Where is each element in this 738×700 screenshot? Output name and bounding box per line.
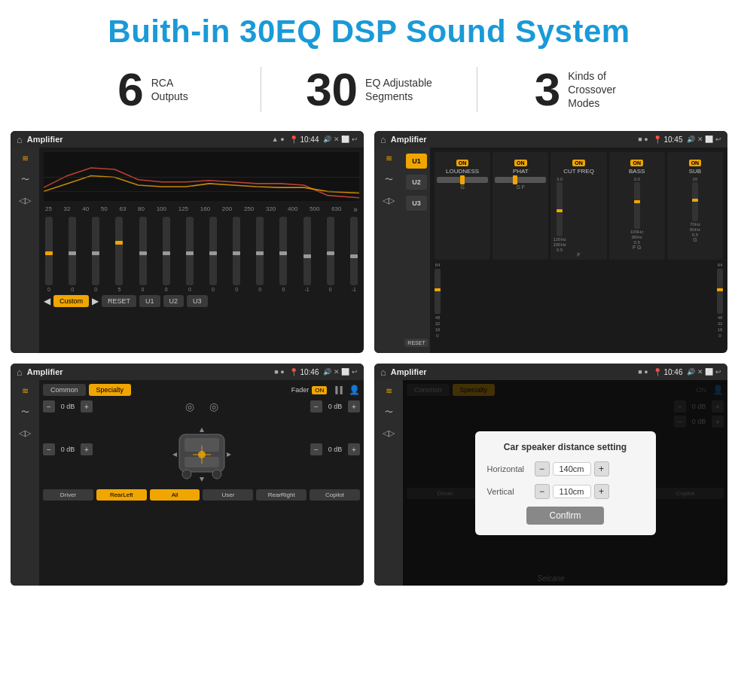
cross-wave-icon[interactable]: 〜 [385,174,393,185]
screen-eq: ⌂ Amplifier ▲ ● 📍 10:44 🔊 ✕ ⬜ ↩ ≋ 〜 ◁▷ [11,131,364,353]
sub-slider-v[interactable] [692,182,698,221]
u1-chan-button[interactable]: U1 [406,154,427,169]
home-icon-dist[interactable]: ⌂ [380,367,386,378]
horizontal-plus[interactable]: + [594,461,609,476]
specialty-tab[interactable]: Specialty [89,384,132,396]
fader-screen-title: Amplifier [27,367,270,376]
home-icon-cross[interactable]: ⌂ [380,134,386,145]
eq-slider-3[interactable]: 5 [115,217,123,292]
u2-button[interactable]: U2 [163,295,184,307]
db-tl-minus[interactable]: − [43,400,55,412]
wave-icon[interactable]: 〜 [21,174,29,185]
db-tr-minus[interactable]: − [310,400,322,412]
stat-rca-number: 6 [117,66,143,113]
eq-slider-2[interactable]: 0 [92,217,99,292]
all-button[interactable]: All [150,489,200,501]
sub-on-badge[interactable]: ON [689,160,702,166]
prev-button[interactable]: ◀ [44,296,50,306]
eq-slider-9[interactable]: 0 [256,217,264,292]
driver-button[interactable]: Driver [43,489,93,501]
cross-reset-button[interactable]: RESET [404,339,428,347]
eq-slider-6[interactable]: 0 [186,217,194,292]
fader-tab-row: Common Specialty Fader ON ▐▐ 👤 [43,384,360,396]
eq-slider-7[interactable]: 0 [209,217,217,292]
eq-slider-8[interactable]: 0 [233,217,240,292]
eq-slider-5[interactable]: 0 [163,217,170,292]
dist-main: Common Specialty ON 👤 − 0 dB + [403,380,727,586]
loudness-slider[interactable] [437,177,488,183]
custom-button[interactable]: Custom [53,295,89,307]
cross-speaker-icon[interactable]: ◁▷ [383,196,395,205]
db-tr-plus[interactable]: + [348,400,360,412]
vertical-control: − 110cm + [535,484,609,499]
eq-slider-10[interactable]: 0 [279,217,287,292]
vertical-minus[interactable]: − [535,484,550,499]
user-button[interactable]: User [203,489,253,501]
db-mr: − 0 dB + [310,443,360,455]
eq-slider-11[interactable]: -1 [303,217,311,292]
fader-wave-icon[interactable]: 〜 [21,406,29,418]
db-tr-value: 0 dB [325,403,346,410]
cross-main: ON LOUDNESS G ON PHAT G F [430,148,727,353]
home-icon-fader[interactable]: ⌂ [17,367,23,378]
cutfreq-on-badge[interactable]: ON [572,160,585,166]
eq-icon[interactable]: ≋ [22,154,29,163]
vertical-row: Vertical − 110cm + [487,484,644,499]
horizontal-minus[interactable]: − [535,461,550,476]
top-speakers: ◎ ◎ [185,400,218,412]
phat-slider[interactable] [495,177,546,183]
copilot-button[interactable]: Copilot [310,489,360,501]
page-header: Buith-in 30EQ DSP Sound System [0,0,738,57]
u3-button[interactable]: U3 [187,295,208,307]
pv-slider[interactable] [717,269,723,314]
u2-chan-button[interactable]: U2 [406,175,427,190]
stat-eq-number: 30 [306,66,358,113]
cross-time: 📍 10:45 [653,135,683,144]
phat-sub: G F [495,184,546,190]
fader-toggle[interactable]: ▐▐ [333,386,343,394]
profile-icon[interactable]: 👤 [349,385,360,395]
phat-on-badge[interactable]: ON [514,160,527,166]
cutfreq-slider-v[interactable] [557,182,563,236]
eq-slider-1[interactable]: 0 [69,217,76,292]
loudness-sub: G [437,184,488,190]
reset-button[interactable]: RESET [102,295,136,307]
eq-slider-4[interactable]: 0 [139,217,147,292]
common-tab[interactable]: Common [43,384,86,396]
eq-slider-0[interactable]: 0 [45,217,53,292]
db-mr-plus[interactable]: + [348,443,360,455]
dist-wave-icon[interactable]: 〜 [385,406,393,418]
home-icon-eq[interactable]: ⌂ [17,134,23,145]
fader-speaker-icon[interactable]: ◁▷ [19,428,31,438]
db-mr-minus[interactable]: − [310,443,322,455]
u3-chan-button[interactable]: U3 [406,196,427,211]
bass-slider-v[interactable] [634,182,640,229]
loudness-on-badge[interactable]: ON [456,160,469,166]
confirm-button[interactable]: Confirm [526,507,603,525]
rearright-button[interactable]: RearRight [256,489,306,501]
cross-eq-icon[interactable]: ≋ [386,154,392,163]
distance-dialog-overlay: Car speaker distance setting Horizontal … [403,380,727,586]
screen-distance: ⌂ Amplifier ■ ● 📍 10:46 🔊 ✕ ⬜ ↩ ≋ 〜 ◁▷ C… [374,364,727,586]
vertical-plus[interactable]: + [594,484,609,499]
u1-button[interactable]: U1 [139,295,160,307]
speaker-side-icon[interactable]: ◁▷ [19,196,31,205]
dist-speaker-icon[interactable]: ◁▷ [383,428,395,438]
db-ml-plus[interactable]: + [81,443,93,455]
lv-slider[interactable] [435,269,441,314]
next-button[interactable]: ▶ [92,296,99,306]
dist-eq-icon[interactable]: ≋ [386,386,392,396]
fader-eq-icon[interactable]: ≋ [22,386,29,396]
bass-on-badge[interactable]: ON [630,160,643,166]
eq-slider-12[interactable]: 0 [327,217,334,292]
fader-content: ≋ 〜 ◁▷ Common Specialty Fader ON ▐▐ 👤 [11,380,364,586]
vertical-label: Vertical [487,487,529,496]
eq-slider-13[interactable]: -1 [350,217,358,292]
dist-time: 📍 10:46 [653,368,683,376]
rearleft-button[interactable]: RearLeft [96,489,147,501]
distance-dialog: Car speaker distance setting Horizontal … [475,431,656,535]
db-ml-value: 0 dB [57,446,78,453]
more-icon[interactable]: » [353,205,358,214]
db-tl-plus[interactable]: + [81,400,93,412]
db-ml-minus[interactable]: − [43,443,55,455]
